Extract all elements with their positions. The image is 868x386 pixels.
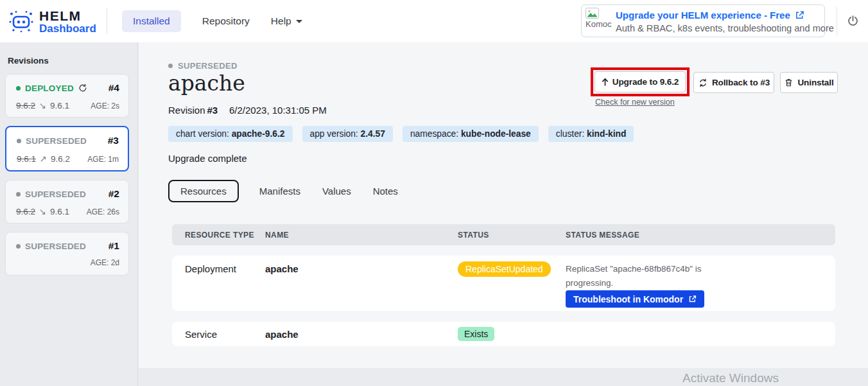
- arrow-down-icon: ↘: [38, 207, 48, 216]
- main-nav: Installed Repository Help: [122, 0, 302, 42]
- logo-title: HELM: [39, 9, 96, 23]
- activate-windows-watermark: Activate Windows: [682, 371, 779, 385]
- ad-subtitle: Auth & RBAC, k8s events, troubleshooting…: [616, 23, 834, 33]
- upgrade-button[interactable]: Upgrade to 9.6.2: [595, 71, 686, 92]
- revision-status: DEPLOYED: [16, 83, 87, 93]
- helm-logo-icon: [8, 8, 35, 35]
- rollback-button[interactable]: Rollback to #3: [693, 72, 774, 93]
- release-status-label: SUPERSEDED: [168, 61, 238, 71]
- revision-age: AGE: 1m: [87, 155, 119, 164]
- table-row-service: Service apache Exists: [172, 322, 835, 346]
- chip-cluster: cluster: kind-kind: [548, 126, 634, 142]
- revision-age: AGE: 2s: [91, 101, 119, 110]
- nav-help[interactable]: Help: [271, 15, 302, 27]
- troubleshoot-button[interactable]: Troubleshoot in Komodor: [566, 290, 704, 308]
- resources-table: RESOURCE TYPE NAME STATUS STATUS MESSAGE…: [172, 224, 835, 346]
- status-dot: [17, 139, 21, 143]
- top-bar: HELM Dashboard Installed Repository Help…: [0, 0, 868, 42]
- status-dot: [168, 64, 173, 68]
- uninstall-button[interactable]: Uninstall: [780, 72, 838, 93]
- arrow-up-icon: [602, 78, 609, 87]
- revision-card-4[interactable]: DEPLOYED #4 9.6.2 ↘ 9.6.1 AGE: 2s: [5, 74, 129, 118]
- divider: [837, 7, 837, 35]
- release-title: apache: [168, 71, 245, 96]
- external-link-icon: [688, 295, 697, 303]
- tab-manifests[interactable]: Manifests: [248, 180, 311, 202]
- nav-installed[interactable]: Installed: [122, 10, 181, 32]
- divider: [107, 8, 107, 34]
- revision-label: Revision#3: [168, 105, 218, 116]
- col-status: STATUS: [458, 231, 566, 240]
- revision-card-1[interactable]: SUPERSEDED #1 AGE: 2d: [5, 232, 129, 276]
- trash-icon: [784, 78, 794, 87]
- detail-tabs: Resources Manifests Values Notes: [168, 180, 409, 202]
- revision-status: SUPERSEDED: [16, 189, 86, 199]
- col-name: NAME: [265, 231, 458, 240]
- revision-date: 6/2/2023, 10:31:05 PM: [229, 105, 327, 116]
- chevron-down-icon: [296, 20, 302, 23]
- release-meta-chips: chart version: apache-9.6.2 app version:…: [168, 126, 634, 142]
- chip-namespace: namespace: kube-node-lease: [403, 126, 539, 142]
- power-icon: [846, 14, 860, 28]
- helm-dashboard-logo[interactable]: HELM Dashboard: [8, 8, 96, 35]
- revision-number: #1: [108, 240, 119, 252]
- annotation-red-box: Upgrade to 9.6.2: [591, 67, 690, 96]
- status-badge-warning: ReplicaSetUpdated: [458, 261, 551, 277]
- ad-title[interactable]: Upgrade your HELM experience - Free: [616, 10, 804, 21]
- external-link-icon: [795, 10, 804, 20]
- release-description: Upgrade complete: [168, 153, 247, 164]
- revision-status: SUPERSEDED: [17, 136, 87, 146]
- arrow-up-icon: ↗: [39, 154, 48, 164]
- revision-age: AGE: 26s: [87, 207, 119, 216]
- check-new-version-link[interactable]: Check for new version: [595, 98, 675, 107]
- revisions-sidebar: Revisions DEPLOYED #4 9.6.2 ↘ 9.6.1 AGE:…: [0, 42, 138, 386]
- main-content: SUPERSEDED apache Revision#3 6/2/2023, 1…: [139, 42, 868, 368]
- status-message: ReplicaSet "apache-68fb867c4b" is progre…: [566, 262, 710, 290]
- col-status-message: STATUS MESSAGE: [566, 231, 835, 240]
- table-header: RESOURCE TYPE NAME STATUS STATUS MESSAGE: [172, 224, 835, 245]
- revision-card-3-selected[interactable]: SUPERSEDED #3 9.6.1 ↗ 9.6.2 AGE: 1m: [5, 126, 129, 171]
- nav-repository[interactable]: Repository: [202, 15, 250, 27]
- version-change: 9.6.2 ↘ 9.6.1: [16, 206, 69, 216]
- revision-status: SUPERSEDED: [16, 241, 86, 251]
- revision-age: AGE: 2d: [91, 258, 119, 267]
- revision-number: #4: [108, 82, 119, 94]
- status-dot: [16, 192, 21, 197]
- status-badge-success: Exists: [458, 327, 494, 341]
- revision-card-2[interactable]: SUPERSEDED #2 9.6.2 ↘ 9.6.1 AGE: 26s: [5, 180, 129, 224]
- tab-values[interactable]: Values: [311, 180, 362, 202]
- status-dot: [16, 86, 21, 91]
- version-change: 9.6.2 ↘ 9.6.1: [16, 100, 69, 110]
- status-dot: [16, 244, 21, 249]
- arrow-down-icon: ↘: [38, 101, 48, 110]
- tab-resources[interactable]: Resources: [168, 180, 239, 202]
- rollback-icon: [698, 78, 708, 88]
- logo-subtitle: Dashboard: [39, 23, 96, 35]
- power-button[interactable]: [846, 14, 860, 28]
- broken-image-icon: Komoc: [586, 8, 615, 35]
- chip-chart-version: chart version: apache-9.6.2: [168, 126, 293, 142]
- komodor-ad-banner[interactable]: Komoc Upgrade your HELM experience - Fre…: [581, 4, 825, 37]
- col-resource-type: RESOURCE TYPE: [185, 231, 265, 240]
- version-change: 9.6.1 ↗ 9.6.2: [17, 154, 70, 164]
- revision-number: #2: [108, 188, 119, 200]
- tab-notes[interactable]: Notes: [362, 180, 409, 202]
- reconfigure-icon[interactable]: [78, 83, 87, 92]
- chip-app-version: app version: 2.4.57: [302, 126, 393, 142]
- revision-number: #3: [108, 135, 119, 146]
- table-row-deployment: Deployment apache ReplicaSetUpdated Repl…: [172, 256, 835, 311]
- sidebar-title: Revisions: [8, 56, 137, 66]
